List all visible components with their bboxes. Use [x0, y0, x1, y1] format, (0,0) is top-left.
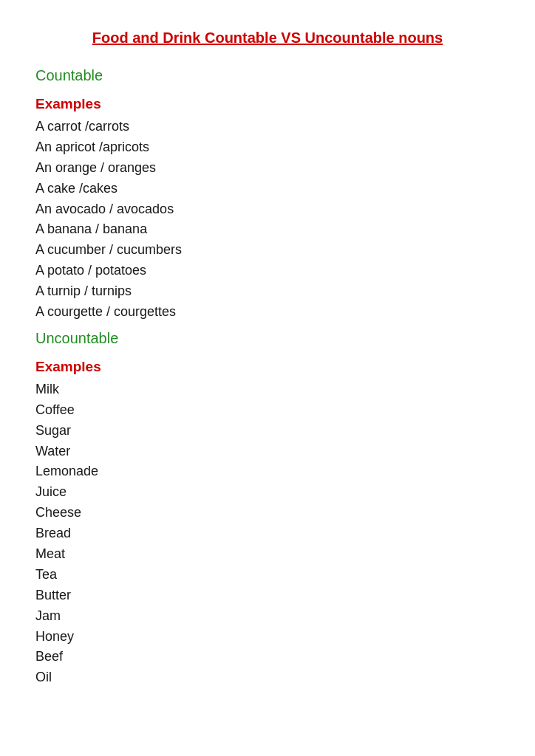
list-item: A turnip / turnips	[35, 281, 500, 302]
list-item: Oil	[35, 667, 500, 688]
page-title: Food and Drink Countable VS Uncountable …	[35, 30, 500, 47]
list-item: A potato / potatoes	[35, 261, 500, 281]
list-item: Bread	[35, 523, 500, 544]
countable-examples-label: Examples	[35, 96, 500, 112]
countable-heading: Countable	[35, 67, 500, 84]
list-item: Meat	[35, 544, 500, 565]
list-item: A cucumber / cucumbers	[35, 240, 500, 261]
countable-list: A carrot /carrotsAn apricot /apricotsAn …	[35, 117, 500, 323]
list-item: A carrot /carrots	[35, 117, 500, 137]
list-item: Juice	[35, 482, 500, 503]
list-item: Sugar	[35, 421, 500, 441]
list-item: Jam	[35, 606, 500, 627]
list-item: Honey	[35, 627, 500, 647]
list-item: Coffee	[35, 400, 500, 421]
list-item: Lemonade	[35, 461, 500, 482]
list-item: Milk	[35, 379, 500, 400]
list-item: Butter	[35, 585, 500, 606]
uncountable-section: Uncountable Examples MilkCoffeeSugarWate…	[35, 330, 500, 688]
list-item: Cheese	[35, 503, 500, 523]
uncountable-examples-label: Examples	[35, 359, 500, 375]
list-item: A courgette / courgettes	[35, 302, 500, 323]
list-item: A banana / banana	[35, 219, 500, 240]
list-item: An orange / oranges	[35, 158, 500, 179]
uncountable-heading: Uncountable	[35, 330, 500, 347]
list-item: Water	[35, 441, 500, 462]
list-item: An avocado / avocados	[35, 199, 500, 220]
list-item: An apricot /apricots	[35, 137, 500, 158]
uncountable-list: MilkCoffeeSugarWaterLemonadeJuiceCheeseB…	[35, 379, 500, 688]
list-item: Beef	[35, 647, 500, 667]
countable-section: Countable Examples A carrot /carrotsAn a…	[35, 67, 500, 323]
list-item: A cake /cakes	[35, 179, 500, 199]
list-item: Tea	[35, 565, 500, 585]
